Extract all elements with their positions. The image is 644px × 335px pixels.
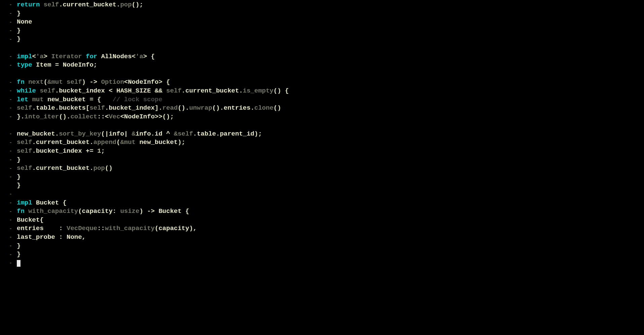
token-op: {: [59, 199, 67, 208]
code-line[interactable]: [17, 121, 644, 130]
token-ident: current_bucket: [36, 138, 90, 147]
code-area[interactable]: return self.current_bucket.pop(); } None…: [17, 0, 644, 335]
code-line[interactable]: self.current_bucket.append(&mut new_buck…: [17, 139, 644, 147]
token-op: ;: [101, 147, 105, 156]
gutter-line: -: [0, 61, 17, 70]
token-op: .: [59, 1, 62, 9]
token-dim: with_capacity: [105, 224, 155, 233]
code-line[interactable]: }: [17, 173, 644, 182]
token-op: .: [32, 104, 36, 113]
code-line[interactable]: fn next(&mut self) -> Option<NodeInfo> {: [17, 78, 644, 87]
token-ty: Bucket: [36, 199, 59, 208]
code-line[interactable]: }: [17, 242, 644, 251]
code-line[interactable]: impl<'a> Iterator for AllNodes<'a> {: [17, 52, 644, 61]
code-line[interactable]: }: [17, 9, 644, 18]
code-line[interactable]: [17, 44, 644, 52]
code-line[interactable]: fn with_capacity(capacity: usize) -> Buc…: [17, 207, 644, 216]
token-op: .: [55, 87, 59, 96]
code-line[interactable]: [17, 70, 644, 78]
token-op: );: [178, 138, 185, 147]
gutter-line: -: [0, 242, 17, 251]
token-ident: current_bucket: [185, 87, 239, 96]
code-line[interactable]: None: [17, 18, 644, 27]
token-dim: self: [17, 138, 32, 147]
code-line[interactable]: entries : VecDeque::with_capacity(capaci…: [17, 224, 644, 233]
token-op: .: [105, 104, 109, 113]
code-line[interactable]: }: [17, 35, 644, 44]
token-op: ().: [59, 113, 70, 121]
gutter-line: -: [0, 96, 17, 104]
code-line[interactable]: while self.bucket_index < HASH_SIZE && s…: [17, 87, 644, 96]
gutter-line: -: [0, 104, 17, 113]
token-op: ].: [155, 104, 163, 113]
token-dim: self: [17, 164, 32, 173]
gutter-line: -: [0, 224, 17, 233]
gutter-line: -: [0, 52, 17, 61]
code-line[interactable]: self.table.buckets[self.bucket_index].re…: [17, 104, 644, 113]
token-op: [25, 207, 28, 216]
token-op: (: [116, 138, 120, 147]
token-op: [44, 96, 47, 104]
code-line[interactable]: return self.current_bucket.pop();: [17, 1, 644, 9]
token-ident: last_probe: [17, 233, 55, 242]
token-op: {: [40, 216, 43, 225]
token-op: (|: [101, 130, 109, 139]
token-op: ::: [97, 224, 105, 233]
gutter-line: -: [0, 130, 17, 139]
code-line[interactable]: self.current_bucket.pop(): [17, 164, 644, 173]
token-none: None: [17, 18, 32, 27]
token-op: .: [193, 130, 197, 139]
token-ident: new_bucket: [139, 138, 178, 147]
token-ident: current_bucket: [63, 1, 117, 9]
token-ident: entries: [17, 224, 44, 233]
token-op: =: [51, 61, 63, 70]
token-op: ) ->: [139, 207, 159, 216]
code-line[interactable]: impl Bucket {: [17, 199, 644, 208]
token-ident: info: [109, 130, 124, 139]
gutter-line: -: [0, 87, 17, 96]
code-line[interactable]: [17, 259, 644, 268]
code-line[interactable]: }: [17, 156, 644, 164]
code-line[interactable]: [17, 190, 644, 199]
token-dim: self: [17, 147, 32, 156]
token-dim: mut: [32, 96, 44, 104]
token-op: [40, 1, 43, 9]
token-kw: impl: [17, 52, 32, 61]
token-ident: &&: [155, 87, 163, 96]
code-line[interactable]: last_probe : None,: [17, 233, 644, 242]
code-line[interactable]: }: [17, 181, 644, 190]
code-line[interactable]: self.bucket_index += 1;: [17, 147, 644, 156]
gutter-line: -: [0, 173, 17, 182]
token-ident: table: [197, 130, 216, 139]
code-editor[interactable]: ----- -- ----- ------ --------- return s…: [0, 0, 644, 335]
token-op: :: [113, 207, 120, 216]
code-line[interactable]: type Item = NodeInfo;: [17, 61, 644, 70]
code-line[interactable]: Bucket{: [17, 216, 644, 225]
token-op: ) ->: [82, 78, 101, 87]
token-op: .: [32, 138, 36, 147]
gutter-line: [0, 70, 17, 78]
token-op: ().: [212, 104, 224, 113]
token-op: .: [151, 130, 155, 139]
token-op: }: [17, 242, 20, 251]
token-op: |: [124, 130, 132, 139]
token-op: .: [251, 104, 254, 113]
code-line[interactable]: }: [17, 250, 644, 259]
token-ty: Item: [36, 61, 51, 70]
token-op: > {: [159, 78, 170, 87]
token-dim: clone: [254, 104, 273, 113]
code-line[interactable]: }: [17, 27, 644, 35]
token-kw: let: [17, 96, 28, 104]
gutter-line: -: [0, 9, 17, 18]
gutter-line: -: [0, 78, 17, 87]
token-dim: read: [162, 104, 178, 113]
code-line[interactable]: }.into_iter().collect::<Vec<NodeInfo>>()…: [17, 113, 644, 121]
code-line[interactable]: new_bucket.sort_by_key(|info| &info.id ^…: [17, 130, 644, 139]
gutter-line: -: [0, 259, 17, 268]
token-op: [151, 87, 155, 96]
token-op: .: [216, 130, 220, 139]
token-op: [162, 87, 166, 96]
token-op: .: [181, 87, 185, 96]
token-none: None: [67, 233, 82, 242]
code-line[interactable]: let mut new_bucket = { // lock scope: [17, 96, 644, 104]
